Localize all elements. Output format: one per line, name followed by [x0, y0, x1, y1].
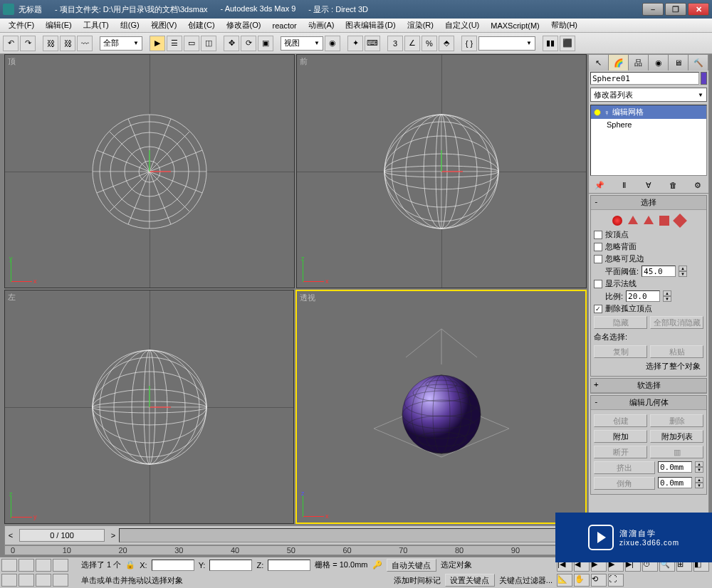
- chamfer-button[interactable]: 倒角: [594, 477, 655, 490]
- extrude-spinner[interactable]: 0.0mm: [658, 461, 692, 473]
- attach-list-button[interactable]: 附加列表: [650, 430, 703, 443]
- dope-sheet-button[interactable]: [36, 559, 51, 572]
- use-pivot-button[interactable]: ◉: [325, 36, 340, 51]
- prev-key-button[interactable]: <: [5, 531, 16, 540]
- by-vertex-checkbox[interactable]: [594, 231, 602, 239]
- x-coord-field[interactable]: [152, 560, 194, 571]
- arc-rotate-button[interactable]: ⟲: [591, 574, 607, 587]
- keyboard-shortcut-button[interactable]: ⌨: [365, 36, 380, 51]
- scale-button[interactable]: ▣: [258, 36, 273, 51]
- key-filters-button[interactable]: 关键点过滤器...: [499, 575, 553, 586]
- ref-coord-dropdown[interactable]: 视图: [281, 36, 323, 51]
- utilities-tab[interactable]: 🔨: [689, 55, 708, 70]
- set-key-button[interactable]: 设置关键点: [445, 574, 495, 587]
- make-unique-icon[interactable]: ∀: [642, 179, 655, 191]
- remove-modifier-icon[interactable]: 🗑: [666, 179, 679, 191]
- menu-graph[interactable]: 图表编辑器(D): [340, 19, 401, 32]
- align-button[interactable]: ⬛: [560, 36, 575, 51]
- curve-editor-button[interactable]: [19, 559, 34, 572]
- lightbulb-icon[interactable]: [594, 109, 601, 116]
- hide-button[interactable]: 隐藏: [594, 316, 647, 329]
- element-level-icon[interactable]: [673, 214, 687, 228]
- planar-threshold-spinner[interactable]: 45.0: [642, 266, 676, 277]
- bind-spacewarp-button[interactable]: 〰: [77, 36, 93, 51]
- create-geo-button[interactable]: 创建: [594, 414, 647, 427]
- face-level-icon[interactable]: [644, 216, 654, 224]
- detach-opts-button[interactable]: ▥: [650, 446, 703, 458]
- menu-tools[interactable]: 工具(T): [78, 19, 115, 32]
- select-button[interactable]: ▶: [150, 36, 165, 51]
- link-button[interactable]: ⛓: [43, 36, 58, 51]
- polygon-level-icon[interactable]: [659, 216, 669, 226]
- menu-group[interactable]: 组(G): [115, 19, 145, 32]
- edge-level-icon[interactable]: [628, 216, 638, 224]
- redo-button[interactable]: ↷: [20, 36, 36, 51]
- copy-button[interactable]: 复制: [594, 345, 647, 358]
- menu-file[interactable]: 文件(F): [3, 19, 40, 32]
- select-region-button[interactable]: ▭: [184, 36, 199, 51]
- undo-button[interactable]: ↶: [3, 36, 19, 51]
- lock-icon[interactable]: 🔒: [125, 560, 135, 569]
- hierarchy-tab[interactable]: 品: [629, 55, 649, 70]
- selection-filter-dropdown[interactable]: 全部: [100, 36, 142, 51]
- maximize-viewport-button[interactable]: ⛶: [608, 574, 624, 587]
- rollout-soft-selection-header[interactable]: +软选择: [591, 379, 706, 393]
- delete-geo-button[interactable]: 删除: [650, 414, 703, 427]
- stack-edit-mesh[interactable]: ♀编辑网格: [591, 105, 706, 119]
- viewport-perspective[interactable]: 透视 xz: [295, 290, 587, 524]
- unlink-button[interactable]: ⛓: [60, 36, 75, 51]
- chamfer-spinner[interactable]: 0.0mm: [658, 477, 692, 488]
- named-selection-dropdown[interactable]: [478, 36, 535, 51]
- sb-btn-5[interactable]: [1, 574, 17, 587]
- menu-edit[interactable]: 编辑(E): [40, 19, 78, 32]
- rollout-edit-geometry-header[interactable]: -编辑几何体: [591, 396, 706, 410]
- sb-btn-6[interactable]: [19, 574, 34, 587]
- next-key-button[interactable]: >: [108, 531, 119, 540]
- delete-isolated-checkbox[interactable]: ✓: [594, 305, 602, 313]
- extrude-button[interactable]: 挤出: [594, 461, 655, 474]
- angle-snap-button[interactable]: ∠: [404, 36, 420, 51]
- named-selection-button[interactable]: { }: [461, 36, 477, 51]
- key-icon[interactable]: 🔑: [372, 560, 382, 569]
- menu-customize[interactable]: 自定义(U): [439, 19, 485, 32]
- pan-button[interactable]: ✋: [574, 574, 590, 587]
- rotate-button[interactable]: ⟳: [241, 36, 256, 51]
- pin-stack-icon[interactable]: 📌: [593, 179, 606, 191]
- attach-button[interactable]: 附加: [594, 430, 647, 443]
- track-bar-button[interactable]: [1, 559, 17, 572]
- snap-toggle-button[interactable]: 3: [387, 36, 403, 51]
- fov-button[interactable]: 📐: [557, 574, 572, 587]
- add-time-tag[interactable]: 添加时间标记: [394, 575, 441, 586]
- menu-help[interactable]: 帮助(H): [545, 19, 583, 32]
- modify-tab[interactable]: 🌈: [609, 55, 629, 70]
- menu-animation[interactable]: 动画(A): [303, 19, 340, 32]
- maximize-button[interactable]: ❐: [665, 3, 686, 16]
- window-crossing-button[interactable]: ◫: [201, 36, 216, 51]
- configure-sets-icon[interactable]: ⚙: [691, 179, 704, 191]
- time-track[interactable]: [119, 528, 586, 542]
- modifier-list-dropdown[interactable]: 修改器列表: [590, 88, 707, 102]
- ignore-backfacing-checkbox[interactable]: [594, 243, 602, 251]
- spinner-arrows[interactable]: ▲▼: [679, 266, 687, 277]
- sb-btn-7[interactable]: [36, 574, 51, 587]
- menu-maxscript[interactable]: MAXScript(M): [485, 20, 545, 31]
- object-name-input[interactable]: [590, 72, 699, 85]
- minimize-button[interactable]: –: [642, 3, 664, 16]
- unhide-all-button[interactable]: 全部取消隐藏: [650, 316, 703, 329]
- select-manipulate-button[interactable]: ✦: [347, 36, 363, 51]
- motion-tab[interactable]: ◉: [649, 55, 669, 70]
- auto-key-button[interactable]: 自动关键点: [387, 559, 436, 572]
- show-normals-checkbox[interactable]: [594, 280, 602, 288]
- z-coord-field[interactable]: [268, 560, 310, 571]
- ignore-vis-edges-checkbox[interactable]: [594, 255, 602, 263]
- stack-sphere[interactable]: Sphere: [591, 119, 706, 130]
- paste-button[interactable]: 粘贴: [650, 345, 703, 358]
- mirror-button[interactable]: ▮▮: [543, 36, 558, 51]
- detach-button[interactable]: 断开: [594, 446, 647, 458]
- rollout-selection-header[interactable]: -选择: [591, 196, 706, 210]
- modifier-stack[interactable]: ♀编辑网格 Sphere: [590, 105, 707, 176]
- sb-btn-4[interactable]: [53, 559, 68, 572]
- object-color-swatch[interactable]: [701, 72, 707, 85]
- y-coord-field[interactable]: [209, 560, 252, 571]
- viewport-left[interactable]: 左 yz: [4, 290, 294, 524]
